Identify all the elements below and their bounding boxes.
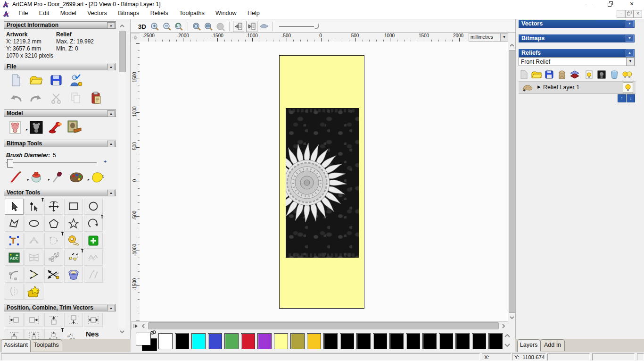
collapse-button[interactable]: ▲: [107, 190, 115, 196]
scroll-down-icon[interactable]: [508, 314, 516, 321]
nudge-points-button[interactable]: [64, 250, 83, 266]
palette-swatch[interactable]: [422, 333, 437, 349]
palette-scroll-down-icon[interactable]: [504, 344, 510, 347]
greyscale-preview-button[interactable]: ▸: [6, 119, 25, 135]
join-vectors-disabled-button[interactable]: [84, 267, 103, 283]
create-rectangle-button[interactable]: [64, 199, 83, 215]
child-minimize-icon[interactable]: ‒: [617, 10, 625, 18]
bitmap-preview-button[interactable]: [27, 119, 46, 135]
measure-tool-button[interactable]: [64, 233, 83, 249]
align-left-button[interactable]: [5, 313, 24, 327]
collapse-up-icon[interactable]: ▲: [626, 50, 634, 57]
create-circle-button[interactable]: [84, 199, 103, 215]
relief-select-combo[interactable]: Front Relief ▼: [519, 57, 635, 66]
cut-button[interactable]: [47, 90, 66, 106]
2d-view-canvas[interactable]: [140, 42, 508, 321]
create-arc-button[interactable]: [84, 216, 103, 232]
paste-button[interactable]: [87, 90, 106, 106]
relief-layer-row[interactable]: + ▶ Relief Layer 1: [519, 81, 636, 94]
ruler-units-combo[interactable]: millimetres ▼: [469, 33, 508, 42]
child-restore-icon[interactable]: [625, 10, 634, 18]
palette-scroll-up-icon[interactable]: [504, 334, 510, 337]
layer-visibility-button[interactable]: [623, 82, 633, 93]
vector-star-wizard-button[interactable]: [25, 284, 43, 300]
zoom-object-icon[interactable]: [215, 21, 226, 32]
create-text-button[interactable]: T: [5, 233, 24, 249]
collapse-button[interactable]: ▲: [107, 141, 115, 147]
brush-slider-track[interactable]: [6, 162, 97, 163]
magic-select-button[interactable]: [88, 169, 107, 185]
relief-layer-name[interactable]: Relief Layer 1: [543, 84, 579, 91]
paste-along-curve-button[interactable]: [44, 250, 63, 266]
bitmap-image[interactable]: [286, 108, 359, 258]
open-relief-icon[interactable]: [531, 69, 542, 80]
child-close-icon[interactable]: ×: [634, 10, 642, 18]
create-ellipse-button[interactable]: [25, 216, 43, 232]
collapse-button[interactable]: ▲: [107, 110, 115, 117]
palette-swatch[interactable]: [455, 333, 470, 349]
copy-button[interactable]: [66, 90, 85, 106]
trim-vectors-button[interactable]: [44, 267, 63, 283]
nesting-button[interactable]: Nes: [86, 330, 99, 338]
relief-layers-icon[interactable]: [570, 69, 580, 80]
reliefs-header[interactable]: Reliefs ▲: [519, 49, 635, 57]
weld-vectors-button[interactable]: [64, 267, 83, 283]
layer-expand-icon[interactable]: ▶: [537, 84, 541, 89]
wrap-text-disabled-button[interactable]: [44, 233, 63, 249]
assistant-scrollbar[interactable]: [118, 22, 126, 336]
arc-text-disabled-button[interactable]: [25, 233, 43, 249]
palette-swatch[interactable]: [389, 333, 404, 349]
menu-help[interactable]: Help: [243, 8, 264, 18]
save-relief-icon[interactable]: [544, 69, 554, 80]
palette-swatch[interactable]: [488, 333, 503, 349]
align-right-button[interactable]: [25, 313, 43, 327]
snap-prev-button[interactable]: [233, 21, 244, 32]
scrollbar-thumb[interactable]: [148, 322, 499, 329]
flood-fill-button[interactable]: ▸: [27, 169, 46, 185]
menu-bitmaps[interactable]: Bitmaps: [113, 8, 144, 18]
palette-swatch[interactable]: [307, 333, 321, 349]
close-icon[interactable]: ×: [624, 0, 640, 8]
expand-down-icon[interactable]: ▼: [626, 20, 634, 27]
relief-visibility-icon[interactable]: [584, 69, 594, 80]
tab-layers[interactable]: Layers: [517, 339, 540, 352]
block-copy-green-cross-button[interactable]: [84, 233, 103, 249]
open-file-button[interactable]: [26, 72, 45, 88]
palette-swatch[interactable]: [340, 333, 354, 349]
tab-add-in[interactable]: Add In: [540, 339, 565, 351]
palette-swatch[interactable]: [356, 333, 371, 349]
canvas-vscrollbar[interactable]: [508, 42, 516, 321]
new-relief-icon[interactable]: [519, 69, 529, 80]
palette-swatch[interactable]: [373, 333, 387, 349]
units-dropdown-icon[interactable]: ▼: [500, 34, 508, 41]
collapse-button[interactable]: ▲: [107, 64, 115, 70]
collapse-button[interactable]: ▲: [107, 305, 115, 311]
ruler-origin-button[interactable]: [131, 33, 140, 42]
menu-edit[interactable]: Edit: [34, 8, 54, 18]
menu-file[interactable]: File: [14, 8, 33, 18]
palette-swatch[interactable]: [175, 333, 189, 349]
create-polygon-button[interactable]: [44, 216, 63, 232]
fillet-arc-button[interactable]: [5, 267, 24, 283]
zoom-out-icon[interactable]: [162, 21, 172, 32]
scroll-down-icon[interactable]: [118, 328, 126, 336]
node-editing-button[interactable]: [25, 199, 43, 215]
model-artwork[interactable]: [279, 55, 364, 309]
palette-swatch[interactable]: [406, 333, 420, 349]
create-polyline-button[interactable]: [5, 216, 24, 232]
menu-toolpaths[interactable]: Toolpaths: [174, 8, 209, 18]
menu-vectors[interactable]: Vectors: [83, 8, 112, 18]
link-colours-icon[interactable]: [150, 330, 156, 335]
delete-relief-icon[interactable]: [609, 69, 619, 80]
offset-vectors-button[interactable]: [25, 267, 43, 283]
bitmaps-header[interactable]: Bitmaps ▼: [519, 34, 635, 42]
menu-model[interactable]: Model: [56, 8, 81, 18]
array-copy-button[interactable]: [44, 329, 63, 339]
scroll-up-icon[interactable]: [118, 22, 126, 30]
snap-next-button[interactable]: [246, 21, 257, 32]
palette-swatch[interactable]: [274, 333, 288, 349]
palette-swatch[interactable]: [290, 333, 305, 349]
menu-reliefs[interactable]: Reliefs: [146, 8, 173, 18]
create-star-button[interactable]: [64, 216, 83, 232]
paint-brush-button[interactable]: ▸: [7, 169, 25, 185]
